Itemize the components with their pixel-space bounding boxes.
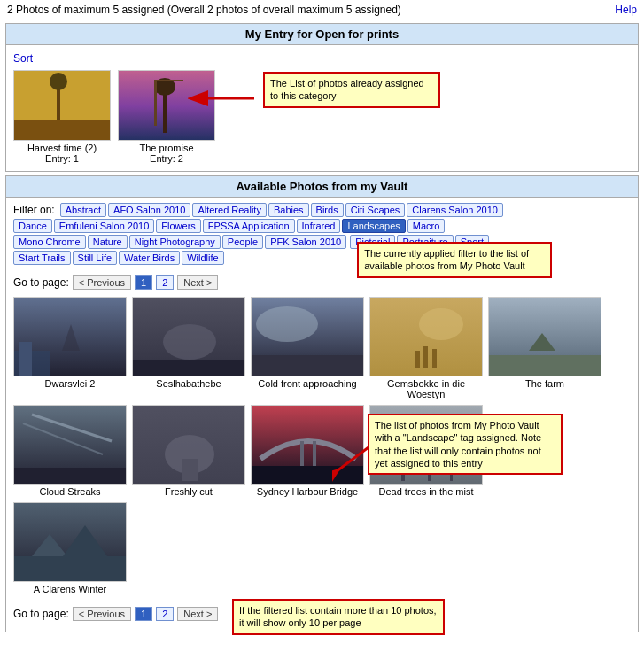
filter-citiscapes[interactable]: Citi Scapes	[345, 203, 406, 217]
filter-emfuleni[interactable]: Emfuleni Salon 2010	[54, 219, 155, 233]
vault-label-cloudstreaks: Cloud Streaks	[13, 486, 127, 497]
filter-fpssa[interactable]: FPSSA Application	[203, 219, 295, 233]
filter-abstract[interactable]: Abstract	[60, 203, 106, 217]
page-2-top[interactable]: 2	[156, 275, 174, 290]
entry-section-title: My Entry for Open for prints	[6, 24, 638, 45]
filter-monochrome[interactable]: Mono Chrome	[13, 235, 86, 249]
svg-rect-5	[163, 89, 167, 133]
assigned-photo-entry-2: Entry: 2	[118, 153, 215, 164]
svg-rect-11	[19, 342, 32, 376]
svg-rect-15	[133, 360, 245, 376]
assigned-photo-1[interactable]: Harvest time (2) Entry: 1	[13, 70, 111, 164]
vault-label-freshcut: Freshly cut	[132, 486, 245, 497]
next-page-bottom[interactable]: Next >	[177, 607, 218, 621]
vault-label-seslha: Seslhabathebe	[132, 378, 245, 389]
svg-rect-21	[415, 351, 420, 368]
filter-stilllife[interactable]: Still Life	[73, 251, 118, 265]
page-callout: If the filtered list contain more than 1…	[232, 599, 445, 635]
svg-rect-37	[313, 441, 316, 466]
page-1-bottom[interactable]: 1	[135, 607, 152, 621]
svg-rect-18	[252, 355, 364, 376]
help-link[interactable]: Help	[615, 4, 637, 16]
prev-page-top[interactable]: < Previous	[73, 275, 131, 290]
vault-thumb-freshcut	[132, 405, 245, 485]
svg-rect-25	[489, 355, 601, 376]
vault-photo-clarens[interactable]: A Clarens Winter	[13, 502, 127, 594]
vault-callout: The list of photos from My Photo Vault w…	[368, 414, 563, 475]
filter-landscapes[interactable]: Landscapes	[342, 219, 405, 233]
assigned-photo-thumb-1	[13, 70, 111, 141]
filter-babies[interactable]: Babies	[268, 203, 309, 217]
vault-label-deadtrees: Dead trees in the mist	[369, 486, 483, 497]
filter-starttrails[interactable]: Start Trails	[13, 251, 71, 265]
svg-point-3	[50, 73, 67, 90]
sort-link[interactable]: Sort	[13, 52, 631, 65]
svg-point-6	[154, 78, 175, 96]
pagination-bottom-label: Go to page:	[13, 608, 69, 620]
vault-photo-freshcut[interactable]: Freshly cut	[132, 405, 245, 497]
svg-rect-36	[300, 441, 304, 466]
filter-clarens2010[interactable]: Clarens Salon 2010	[407, 203, 503, 217]
filter-wildlife[interactable]: Wildlife	[182, 251, 223, 265]
vault-label-farm: The farm	[488, 378, 601, 389]
pagination-top-label: Go to page:	[13, 276, 69, 289]
assigned-photo-label-1: Harvest time (2)	[13, 143, 111, 153]
svg-rect-23	[432, 349, 437, 368]
vault-photo-farm[interactable]: The farm	[488, 297, 601, 399]
vault-thumb-clarens	[13, 502, 127, 582]
vault-photo-seslha[interactable]: Seslhabathebe	[132, 297, 245, 399]
entry-area: Sort Harvest time (2) Entry: 1	[6, 45, 638, 171]
assigned-photo-label-2: The promise	[118, 143, 215, 153]
top-bar: 2 Photos of maximum 5 assigned (Overall …	[0, 0, 644, 19]
svg-rect-22	[423, 346, 428, 368]
filter-dance[interactable]: Dance	[13, 219, 52, 233]
summary-text: 2 Photos of maximum 5 assigned (Overall …	[7, 4, 401, 16]
svg-line-47	[337, 445, 372, 471]
filter-altered[interactable]: Altered Reality	[192, 203, 267, 217]
filter-row-1: Filter on: Abstract AFO Salon 2010 Alter…	[13, 203, 631, 217]
prev-page-bottom[interactable]: < Previous	[73, 607, 131, 621]
filter-row-3: Mono Chrome Nature Night Photography Peo…	[13, 235, 631, 249]
vault-photos: Dwarsvlei 2 Seslhabathebe	[6, 293, 638, 603]
vault-label-gemsbokke: Gemsbokke in die Woestyn	[369, 378, 483, 399]
vault-section: Available Photos from my Vault Filter on…	[5, 175, 639, 632]
svg-rect-49	[14, 556, 127, 582]
next-page-top[interactable]: Next >	[177, 275, 218, 290]
filter-afo[interactable]: AFO Salon 2010	[108, 203, 190, 217]
page-2-bottom[interactable]: 2	[156, 607, 174, 621]
filter-callout: The currently applied filter to the list…	[357, 242, 552, 278]
entry-section: My Entry for Open for prints Sort Harves…	[5, 23, 639, 172]
filter-nightphoto[interactable]: Night Photography	[129, 235, 221, 249]
vault-label-sydney: Sydney Harbour Bridge	[251, 486, 364, 497]
filter-pfk[interactable]: PFK Salon 2010	[265, 235, 346, 249]
vault-label-coldfront: Cold front approaching	[251, 378, 364, 389]
vault-thumb-gemsbokke	[369, 297, 483, 376]
vault-label-clarens: A Clarens Winter	[13, 584, 127, 594]
filter-infrared[interactable]: Infrared	[297, 219, 341, 233]
vault-section-title: Available Photos from my Vault	[6, 176, 638, 198]
page-1-top[interactable]: 1	[135, 275, 152, 290]
vault-thumb-cloudstreaks	[13, 405, 127, 485]
vault-row-1: Dwarsvlei 2 Seslhabathebe	[13, 297, 631, 399]
filter-on-label: Filter on:	[13, 204, 55, 216]
filter-people[interactable]: People	[222, 235, 263, 249]
entry-callout: The List of photos already assigned to t…	[263, 72, 440, 108]
filter-macro[interactable]: Macro	[407, 219, 446, 233]
svg-point-20	[419, 308, 463, 340]
filter-nature[interactable]: Nature	[88, 235, 128, 249]
vault-photo-coldfront[interactable]: Cold front approaching	[251, 297, 364, 399]
filter-birds[interactable]: Birds	[311, 203, 344, 217]
svg-point-14	[163, 324, 216, 360]
vault-thumb-coldfront	[251, 297, 364, 376]
filter-row-2: Dance Emfuleni Salon 2010 Flowers FPSSA …	[13, 219, 631, 233]
filter-waterbirds[interactable]: Water Birds	[119, 251, 180, 265]
vault-photo-gemsbokke[interactable]: Gemsbokke in die Woestyn	[369, 297, 483, 399]
assigned-photo-entry-1: Entry: 1	[13, 153, 111, 164]
vault-thumb-farm	[488, 297, 601, 376]
filter-flowers[interactable]: Flowers	[156, 219, 201, 233]
svg-rect-33	[182, 459, 198, 481]
vault-photo-cloudstreaks[interactable]: Cloud Streaks	[13, 405, 127, 497]
vault-thumb-seslha	[132, 297, 245, 376]
vault-photo-dwarsvlei[interactable]: Dwarsvlei 2	[13, 297, 127, 399]
vault-label-dwarsvlei: Dwarsvlei 2	[13, 378, 127, 389]
